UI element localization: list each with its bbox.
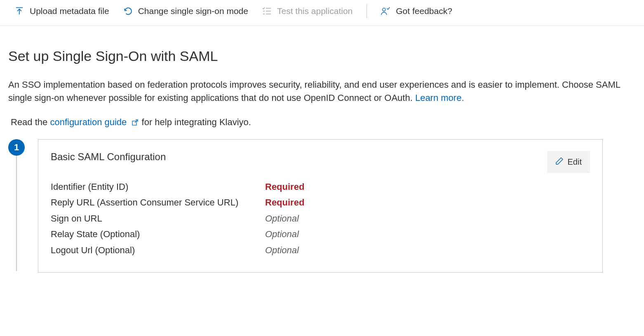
person-feedback-icon xyxy=(381,7,390,16)
edit-button-label: Edit xyxy=(568,157,582,167)
intro-text-body: An SSO implementation based on federatio… xyxy=(8,79,620,103)
config-value-required: Required xyxy=(265,195,304,211)
page-title: Set up Single Sign-On with SAML xyxy=(8,48,636,64)
config-label: Identifier (Entity ID) xyxy=(51,179,265,195)
config-row: Identifier (Entity ID) Required xyxy=(51,179,590,195)
learn-more-link[interactable]: Learn more. xyxy=(415,93,464,103)
upload-metadata-button[interactable]: Upload metadata file xyxy=(15,6,109,16)
config-list: Identifier (Entity ID) Required Reply UR… xyxy=(51,179,590,259)
upload-metadata-label: Upload metadata file xyxy=(30,6,109,16)
step-rail xyxy=(16,156,17,271)
config-row: Logout Url (Optional) Optional xyxy=(51,243,590,259)
configuration-guide-link-label: configuration guide xyxy=(50,117,127,127)
card-title: Basic SAML Configuration xyxy=(51,151,166,163)
test-application-button: Test this application xyxy=(262,6,353,16)
basic-saml-card: Basic SAML Configuration Edit Identifier… xyxy=(38,139,603,273)
step-1-marker: 1 xyxy=(8,139,25,156)
feedback-label: Got feedback? xyxy=(396,6,452,16)
config-label: Reply URL (Assertion Consumer Service UR… xyxy=(51,195,265,211)
undo-icon xyxy=(123,7,132,16)
config-label: Logout Url (Optional) xyxy=(51,243,265,259)
config-row: Relay State (Optional) Optional xyxy=(51,226,590,243)
guide-suffix: for help integrating Klaviyo. xyxy=(142,117,251,127)
step-marker-column: 1 xyxy=(8,139,25,271)
edit-button[interactable]: Edit xyxy=(547,151,590,173)
test-application-label: Test this application xyxy=(277,6,353,16)
list-check-icon xyxy=(262,7,271,16)
config-value-optional: Optional xyxy=(265,243,299,259)
config-row: Sign on URL Optional xyxy=(51,211,590,227)
intro-paragraph: An SSO implementation based on federatio… xyxy=(8,78,636,105)
change-mode-label: Change single sign-on mode xyxy=(138,6,248,16)
config-row: Reply URL (Assertion Consumer Service UR… xyxy=(51,195,590,211)
toolbar: Upload metadata file Change single sign-… xyxy=(0,0,644,26)
config-value-optional: Optional xyxy=(265,211,299,227)
card-header: Basic SAML Configuration Edit xyxy=(51,151,590,179)
feedback-button[interactable]: Got feedback? xyxy=(381,6,452,16)
step-1-row: 1 Basic SAML Configuration Edit Identifi… xyxy=(8,139,636,273)
pencil-icon xyxy=(555,157,564,167)
upload-icon xyxy=(15,7,24,16)
config-value-optional: Optional xyxy=(265,226,299,243)
svg-point-7 xyxy=(383,8,385,11)
config-label: Sign on URL xyxy=(51,211,265,227)
change-mode-button[interactable]: Change single sign-on mode xyxy=(123,6,248,16)
configuration-guide-link[interactable]: configuration guide xyxy=(50,117,141,127)
guide-prefix: Read the xyxy=(11,117,50,127)
config-value-required: Required xyxy=(265,179,304,195)
toolbar-separator xyxy=(367,4,367,18)
main-content: Set up Single Sign-On with SAML An SSO i… xyxy=(0,26,644,273)
config-label: Relay State (Optional) xyxy=(51,226,265,243)
guide-line: Read the configuration guide for help in… xyxy=(11,117,636,128)
external-link-icon xyxy=(129,117,141,127)
